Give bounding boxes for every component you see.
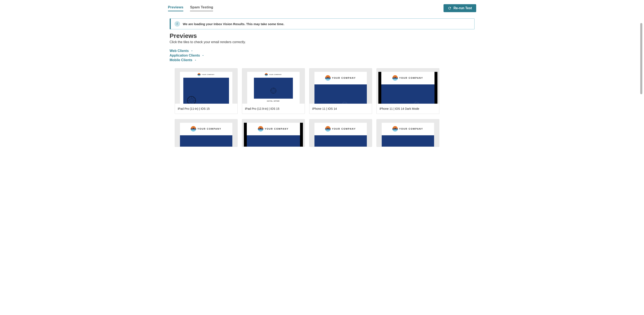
tab-previews[interactable]: Previews xyxy=(168,5,184,11)
page-subtitle: Click the tiles to check your email rend… xyxy=(170,40,474,44)
preview-tile[interactable]: YOUR COMPANY iPad Pro (11-in) | iOS 15 xyxy=(175,68,238,114)
preview-tile[interactable]: YOUR COMPANY xyxy=(242,119,305,147)
refresh-icon xyxy=(448,6,452,10)
rerun-test-button[interactable]: Re-run Test xyxy=(444,4,476,12)
rerun-test-label: Re-run Test xyxy=(454,6,472,10)
scrollbar[interactable] xyxy=(640,21,643,109)
company-name: YOUR COMPANY xyxy=(264,128,288,130)
company-logo-icon xyxy=(325,75,330,81)
tabs: Previews Spam Testing xyxy=(168,5,213,11)
preview-thumbnail: YOUR COMPANY xyxy=(242,120,304,147)
preview-tile[interactable]: YOUR COMPANY xyxy=(175,119,238,147)
category-mobile-label: Mobile Clients xyxy=(170,58,192,62)
preview-tile[interactable]: YOUR COMPANY xyxy=(309,119,372,147)
company-name: YOUR COMPANY xyxy=(197,128,221,130)
category-application-clients[interactable]: Application Clients xyxy=(170,54,205,58)
category-web-label: Web Clients xyxy=(170,49,189,53)
preview-tile[interactable]: YOUR COMPANY HOTEL OFFER iPad Pro (12.9-… xyxy=(242,68,305,114)
chevron-down-icon xyxy=(202,54,204,57)
company-logo-icon xyxy=(191,126,196,132)
preview-tile[interactable]: YOUR COMPANY iPhone 11 | iOS 14 xyxy=(309,68,372,114)
tab-spam-testing[interactable]: Spam Testing xyxy=(190,5,213,11)
info-banner: i We are loading your Inbox Vision Resul… xyxy=(170,18,474,29)
company-name: YOUR COMPANY xyxy=(269,74,282,75)
company-name: YOUR COMPANY xyxy=(202,74,214,75)
preview-tile-label: iPad Pro (11-in) | iOS 15 xyxy=(175,104,237,114)
preview-tile-label: iPhone 11 | iOS 14 Dark Mode xyxy=(377,104,439,114)
preview-thumbnail: YOUR COMPANY xyxy=(310,120,372,147)
preview-tile-label: iPad Pro (12.9-in) | iOS 15 xyxy=(242,104,304,114)
preview-tile[interactable]: YOUR COMPANY iPhone 11 | iOS 14 Dark Mod… xyxy=(376,68,439,114)
category-app-label: Application Clients xyxy=(170,54,200,58)
preview-thumbnail: YOUR COMPANY HOTEL OFFER xyxy=(242,68,304,104)
preview-tile-label: iPhone 11 | iOS 14 xyxy=(310,104,372,114)
category-web-clients[interactable]: Web Clients xyxy=(170,49,193,53)
company-logo-icon xyxy=(392,75,398,81)
company-name: YOUR COMPANY xyxy=(332,77,356,79)
company-name: YOUR COMPANY xyxy=(399,128,423,130)
company-logo-icon xyxy=(392,126,398,132)
preview-thumbnail: YOUR COMPANY xyxy=(377,68,439,104)
scrollbar-thumb[interactable] xyxy=(640,23,642,94)
thumb-caption: HOTEL OFFER xyxy=(247,100,300,102)
info-icon: i xyxy=(174,21,180,26)
preview-thumbnail: YOUR COMPANY xyxy=(310,68,372,104)
company-logo-icon xyxy=(258,126,263,132)
company-name: YOUR COMPANY xyxy=(399,77,423,79)
preview-tile[interactable]: YOUR COMPANY xyxy=(376,119,439,147)
company-name: YOUR COMPANY xyxy=(332,128,356,130)
chevron-up-icon xyxy=(194,59,197,62)
chevron-down-icon xyxy=(190,50,193,52)
preview-grid: YOUR COMPANY iPad Pro (11-in) | iOS 15 xyxy=(170,68,474,147)
preview-thumbnail: YOUR COMPANY xyxy=(377,120,439,147)
category-links: Web Clients Application Clients Mobile C… xyxy=(170,49,474,63)
category-mobile-clients[interactable]: Mobile Clients xyxy=(170,58,197,62)
company-logo-icon xyxy=(325,126,330,132)
page-title: Previews xyxy=(170,32,474,40)
preview-thumbnail: YOUR COMPANY xyxy=(175,68,237,104)
preview-thumbnail: YOUR COMPANY xyxy=(175,120,237,147)
company-logo-icon xyxy=(198,73,200,76)
info-banner-text: We are loading your Inbox Vision Results… xyxy=(183,22,284,26)
company-logo-icon xyxy=(265,73,268,76)
